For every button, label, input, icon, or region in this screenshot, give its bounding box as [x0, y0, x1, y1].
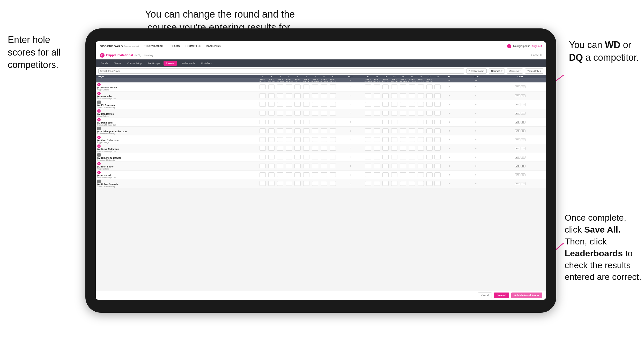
score-input-hole-1[interactable] [260, 84, 266, 89]
score-input-hole-12[interactable] [382, 111, 389, 116]
score-input-hole-4[interactable] [286, 164, 292, 168]
wd-dq-cell[interactable]: WD DQ [494, 144, 546, 153]
score-input-hole-10[interactable] [365, 155, 371, 159]
score-input-hole-8[interactable] [321, 172, 327, 177]
score-hole-8[interactable] [320, 100, 328, 109]
score-hole-1[interactable] [258, 82, 267, 91]
score-hole-12[interactable] [381, 135, 390, 144]
score-input-hole-13[interactable] [391, 137, 397, 142]
score-input-hole-1[interactable] [260, 164, 266, 168]
score-hole-2[interactable] [267, 91, 276, 100]
score-hole-6[interactable] [302, 135, 311, 144]
score-input-hole-16[interactable] [418, 172, 424, 177]
score-input-hole-1[interactable] [260, 137, 266, 142]
score-input-hole-4[interactable] [286, 146, 292, 151]
score-input-hole-18[interactable] [434, 128, 441, 133]
wd-button[interactable]: WD [515, 138, 520, 141]
score-hole-7[interactable] [311, 100, 320, 109]
score-hole-17[interactable] [425, 91, 434, 100]
score-hole-3[interactable] [276, 144, 285, 153]
score-hole-18[interactable] [434, 118, 441, 126]
score-hole-7[interactable] [311, 170, 320, 179]
score-hole-2[interactable] [267, 118, 276, 126]
score-hole-18[interactable] [434, 153, 441, 162]
score-input-hole-3[interactable] [277, 93, 283, 98]
score-hole-5[interactable] [293, 82, 302, 91]
wd-button[interactable]: WD [515, 156, 520, 159]
score-hole-13[interactable] [390, 118, 399, 126]
score-hole-12[interactable] [381, 162, 390, 170]
score-input-hole-2[interactable] [268, 155, 275, 159]
score-input-hole-10[interactable] [365, 93, 371, 98]
score-hole-9[interactable] [328, 144, 337, 153]
score-input-hole-14[interactable] [400, 137, 406, 142]
dq-button[interactable]: DQ [521, 85, 525, 88]
score-input-hole-18[interactable] [434, 120, 441, 124]
score-hole-7[interactable] [311, 153, 320, 162]
score-input-hole-14[interactable] [400, 120, 406, 124]
score-input-hole-6[interactable] [303, 155, 309, 159]
score-input-hole-1[interactable] [260, 111, 266, 116]
score-input-hole-9[interactable] [330, 155, 336, 159]
score-input-hole-15[interactable] [409, 181, 415, 186]
score-hole-15[interactable] [408, 91, 416, 100]
score-hole-15[interactable] [408, 118, 416, 126]
wd-button[interactable]: WD [515, 182, 520, 185]
score-input-hole-7[interactable] [312, 146, 318, 151]
score-hole-4[interactable] [285, 144, 293, 153]
score-input-hole-11[interactable] [374, 164, 380, 168]
wd-dq-cell[interactable]: WD DQ [494, 100, 546, 109]
search-input[interactable] [98, 68, 464, 74]
nav-tournaments[interactable]: TOURNAMENTS [144, 45, 166, 48]
score-hole-16[interactable] [416, 179, 425, 188]
score-hole-13[interactable] [390, 153, 399, 162]
score-input-hole-18[interactable] [434, 181, 441, 186]
score-hole-3[interactable] [276, 118, 285, 126]
score-input-hole-6[interactable] [303, 146, 309, 151]
score-hole-14[interactable] [399, 144, 408, 153]
score-input-hole-10[interactable] [365, 84, 371, 89]
score-input-hole-8[interactable] [321, 84, 327, 89]
score-hole-1[interactable] [258, 109, 267, 118]
score-input-hole-16[interactable] [418, 164, 424, 168]
score-input-hole-9[interactable] [330, 164, 336, 168]
score-input-hole-12[interactable] [382, 137, 389, 142]
score-input-hole-12[interactable] [382, 146, 389, 151]
score-input-hole-5[interactable] [294, 164, 301, 168]
score-input-hole-16[interactable] [418, 137, 424, 142]
score-hole-14[interactable] [399, 118, 408, 126]
score-input-hole-16[interactable] [418, 155, 424, 159]
score-input-hole-3[interactable] [277, 172, 283, 177]
score-input-hole-8[interactable] [321, 93, 327, 98]
score-hole-11[interactable] [373, 179, 381, 188]
score-hole-3[interactable] [276, 153, 285, 162]
score-hole-16[interactable] [416, 162, 425, 170]
score-input-hole-15[interactable] [409, 137, 415, 142]
score-hole-3[interactable] [276, 91, 285, 100]
score-input-hole-17[interactable] [426, 172, 433, 177]
score-input-hole-6[interactable] [303, 93, 309, 98]
dq-button[interactable]: DQ [521, 94, 525, 97]
score-input-hole-10[interactable] [365, 111, 371, 116]
round-selector[interactable]: Round 1 ▾ [489, 68, 505, 74]
score-input-hole-7[interactable] [312, 181, 318, 186]
score-hole-16[interactable] [416, 118, 425, 126]
score-input-hole-13[interactable] [391, 155, 397, 159]
dq-button[interactable]: DQ [521, 182, 525, 185]
score-hole-7[interactable] [311, 144, 320, 153]
score-hole-12[interactable] [381, 109, 390, 118]
score-hole-1[interactable] [258, 100, 267, 109]
score-hole-5[interactable] [293, 144, 302, 153]
score-hole-18[interactable] [434, 170, 441, 179]
score-input-hole-18[interactable] [434, 93, 441, 98]
score-hole-8[interactable] [320, 109, 328, 118]
score-input-hole-11[interactable] [374, 120, 380, 124]
score-hole-16[interactable] [416, 82, 425, 91]
score-input-hole-18[interactable] [434, 172, 441, 177]
score-hole-17[interactable] [425, 153, 434, 162]
score-input-hole-8[interactable] [321, 137, 327, 142]
score-input-hole-2[interactable] [268, 172, 275, 177]
score-input-hole-6[interactable] [303, 102, 309, 107]
totals-only-toggle[interactable]: Totals Only ▾ [525, 68, 543, 74]
score-hole-11[interactable] [373, 82, 381, 91]
